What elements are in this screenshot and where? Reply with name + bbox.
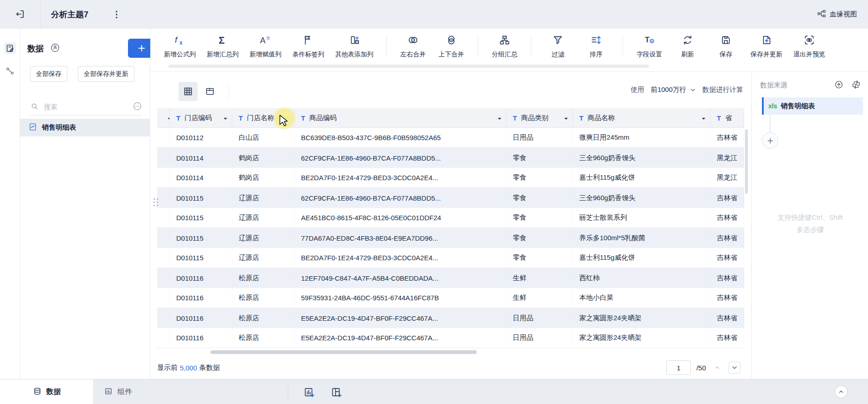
toolbar-button-refresh[interactable]: 刷新 bbox=[674, 33, 701, 59]
collapse-bottombar-icon[interactable] bbox=[835, 385, 848, 398]
text-type-icon bbox=[579, 114, 583, 122]
toolbar-button-field[interactable]: T字段设置 bbox=[636, 33, 663, 59]
data-prep-icon[interactable] bbox=[4, 42, 16, 54]
page-number-input[interactable] bbox=[666, 360, 691, 375]
toolbar-button-merge-lr[interactable]: 左右合并 bbox=[399, 33, 427, 59]
table-row[interactable]: 6D010116松原店12EF7049-C847-4A7F-A5B4-C0BED… bbox=[157, 268, 744, 288]
table-cell-clipped: 0 bbox=[157, 128, 170, 147]
table-cell-product-category: 生鲜 bbox=[506, 288, 573, 308]
table-cell-product-name: 本地小白菜 bbox=[573, 288, 710, 308]
tab-component[interactable]: 组件 bbox=[104, 379, 132, 404]
page-down-icon[interactable] bbox=[729, 362, 740, 374]
table-cell-product-category: 零食 bbox=[506, 188, 573, 208]
toolbar-button-filter[interactable]: 过滤 bbox=[544, 33, 572, 59]
row-count-text: 显示前 5,000 条数据 bbox=[157, 364, 220, 372]
toolbar-button-flag[interactable]: 条件标签列 bbox=[292, 33, 324, 59]
table-item-label: 销售明细表 bbox=[42, 123, 76, 132]
toolbar-button-merge-tb[interactable]: 上下合并 bbox=[438, 33, 465, 59]
column-dropdown-icon[interactable] bbox=[224, 118, 227, 121]
table-cell-store-code: D010115 bbox=[170, 188, 232, 208]
table-row[interactable]: 5D010115辽源店62CF9CFA-1E86-4960-B7CA-F077A… bbox=[157, 188, 744, 208]
table-row[interactable]: 6D010116松原店E5EA2E2A-DC19-4D47-BF0F-F29CC… bbox=[157, 328, 744, 348]
save-all-update-button[interactable]: 全部保存并更新 bbox=[78, 66, 134, 82]
text-type-icon bbox=[301, 114, 305, 122]
column-dropdown-icon[interactable] bbox=[498, 118, 501, 121]
save-all-button[interactable]: 全部保存 bbox=[30, 66, 67, 82]
table-cell-clipped: 5 bbox=[157, 208, 170, 227]
vertical-scrollbar[interactable] bbox=[745, 129, 748, 194]
table-row[interactable]: 6D010116松原店E5EA2E2A-DC19-4D47-BF0F-F29CC… bbox=[157, 308, 744, 328]
toolbar-button-exit-preview[interactable]: 退出并预览 bbox=[793, 33, 825, 59]
data-source-title: 数据来源 bbox=[760, 81, 787, 90]
toolbar-button-addcol[interactable]: 其他表添加列 bbox=[335, 33, 373, 59]
toolbar-button-save-update[interactable]: 保存并更新 bbox=[751, 33, 782, 59]
database-icon bbox=[33, 387, 42, 398]
table-row[interactable]: 0D010112白山店BC639DE8-B503-437C-9B6B-F0B59… bbox=[157, 128, 744, 148]
toolbar-button-sigma[interactable]: Σ新增汇总列 bbox=[207, 33, 239, 59]
toolbar-button-formula[interactable]: fx新增公式列 bbox=[164, 33, 196, 59]
panel-resize-handle[interactable] bbox=[153, 198, 160, 210]
table-cell-product-category: 日用品 bbox=[506, 128, 573, 147]
add-step-button[interactable] bbox=[762, 132, 778, 149]
column-dropdown-icon[interactable] bbox=[286, 118, 290, 121]
data-source-item[interactable]: xls 销售明细表 bbox=[762, 97, 863, 115]
relation-flow-icon[interactable] bbox=[4, 65, 16, 77]
toolbar-label: 新增公式列 bbox=[164, 50, 196, 59]
more-menu-icon[interactable] bbox=[111, 9, 122, 20]
text-type-icon bbox=[176, 114, 180, 122]
page-total: /50 bbox=[696, 364, 706, 372]
column-header-province[interactable]: 省 bbox=[710, 108, 744, 127]
toolbar-button-group[interactable]: 分组汇总 bbox=[491, 33, 518, 59]
page-up-icon[interactable] bbox=[711, 362, 723, 374]
toolbar-button-assign[interactable]: A=新增赋值列 bbox=[250, 33, 281, 59]
table-cell-product-category: 零食 bbox=[506, 248, 573, 268]
toolbar-separator bbox=[531, 35, 531, 57]
sidebar-table-item[interactable]: 销售明细表 bbox=[20, 119, 150, 136]
toolbar-scrollbar[interactable] bbox=[168, 65, 649, 68]
column-header-product-code[interactable]: 商品编码 bbox=[295, 108, 506, 127]
search-box[interactable]: 搜索 bbox=[30, 99, 142, 116]
horizontal-scrollbar[interactable] bbox=[210, 350, 477, 354]
table-cell-product-category: 零食 bbox=[506, 208, 573, 227]
table-cell-product-code: 62CF9CFA-1E86-4960-B7CA-F077A8BDD5... bbox=[295, 148, 506, 168]
table-row[interactable]: 5D010115辽源店AE451BC0-8615-4F8C-8126-05E0C… bbox=[157, 208, 744, 228]
tab-data[interactable]: 数据 bbox=[0, 379, 94, 404]
column-header-product-category[interactable]: 商品类别 bbox=[506, 108, 573, 127]
add-dashboard-icon[interactable] bbox=[330, 385, 343, 399]
swap-source-icon[interactable] bbox=[851, 79, 862, 90]
add-chart-icon[interactable] bbox=[302, 385, 316, 399]
table-row[interactable]: 6D010116松原店59F35931-24BA-46DC-9551-6744A… bbox=[157, 288, 744, 308]
layout-view-toggle[interactable] bbox=[200, 82, 220, 101]
toolbar-label: 刷新 bbox=[681, 50, 694, 59]
exit-icon[interactable] bbox=[11, 6, 29, 22]
column-header-clipped[interactable] bbox=[157, 108, 170, 127]
lineage-view-button[interactable]: 血缘视图 bbox=[817, 0, 857, 29]
column-header-store-code[interactable]: 门店编码 bbox=[170, 108, 232, 127]
table-row[interactable]: 5D010115辽源店BE2DA7F0-1E24-4729-BED3-3CDC0… bbox=[157, 248, 744, 268]
toolbar-button-sort[interactable]: 排序 bbox=[582, 33, 610, 59]
table-cell-product-code: 12EF7049-C847-4A7F-A5B4-C0BEDDADA... bbox=[295, 268, 506, 288]
table-row[interactable]: 4D010114鹤岗店62CF9CFA-1E86-4960-B7CA-F077A… bbox=[157, 148, 744, 168]
viewbar-divider bbox=[229, 86, 229, 98]
table-cell-product-name: 三全960g奶香馒头 bbox=[573, 188, 710, 208]
collapse-panel-icon[interactable] bbox=[50, 43, 60, 55]
column-header-product-name[interactable]: 商品名称 bbox=[573, 108, 710, 127]
table-cell-store-name: 辽源店 bbox=[232, 228, 295, 248]
table-cell-province: 黑龙江 bbox=[710, 168, 744, 187]
row-limit-dropdown[interactable]: 前1000万行 bbox=[651, 86, 696, 94]
table-row[interactable]: 4D010114鹤岗店BE2DA7F0-1E24-4729-BED3-3CDC0… bbox=[157, 168, 744, 188]
data-source-panel: 数据来源 xls 销售明细表 支持快捷键Ctrl、Shift 多选步骤 bbox=[751, 72, 868, 379]
table-cell-province: 吉林省 bbox=[710, 208, 744, 227]
search-more-icon[interactable] bbox=[133, 101, 142, 113]
data-table: 门店编码门店名称商品编码商品类别商品名称省 0D010112白山店BC639DE… bbox=[157, 108, 744, 348]
table-row[interactable]: 5D010115辽源店77DA67A0-ED8C-4FB3-8E04-E9EA7… bbox=[157, 228, 744, 248]
column-dropdown-icon[interactable] bbox=[702, 118, 705, 121]
history-rollback-icon[interactable] bbox=[833, 79, 844, 90]
grid-view-toggle[interactable] bbox=[179, 82, 198, 101]
table-cell-province: 吉林省 bbox=[710, 288, 744, 308]
column-header-store-name[interactable]: 门店名称 bbox=[232, 108, 295, 127]
toolbar-button-save[interactable]: 保存 bbox=[712, 33, 740, 59]
column-dropdown-icon[interactable] bbox=[564, 118, 568, 121]
save-update-icon bbox=[761, 33, 772, 47]
table-cell-product-category: 零食 bbox=[506, 168, 573, 187]
